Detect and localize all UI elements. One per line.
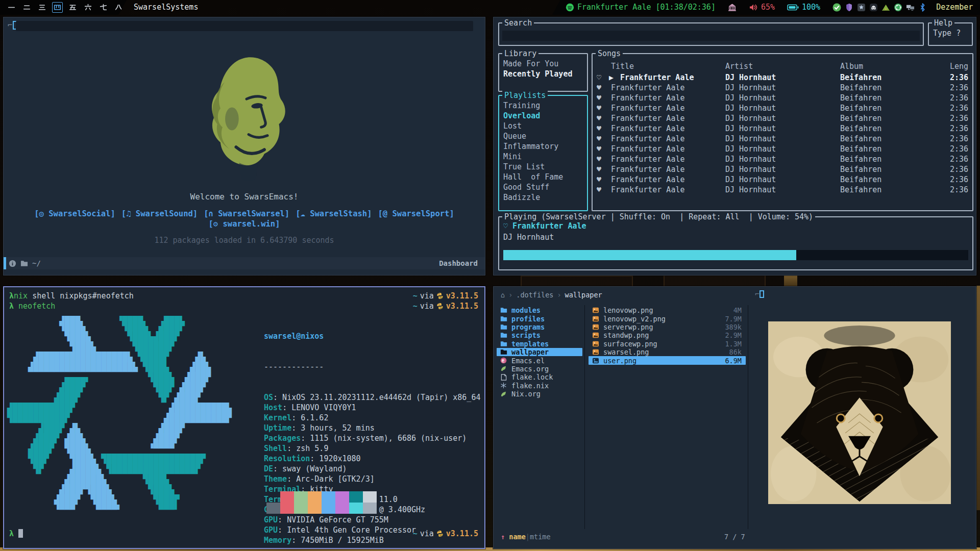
now-playing-text: Frankfurter Aale [01:38/02:36]	[577, 0, 716, 15]
image-item-user.png[interactable]: user.png6.9M	[589, 356, 746, 364]
heart-icon: ♥	[597, 83, 601, 92]
playlist-item[interactable]: Overload	[503, 111, 540, 120]
now-playing-module[interactable]: Frankfurter Aale [01:38/02:36]	[566, 0, 716, 15]
speaker-icon	[749, 4, 758, 11]
songs-header-album[interactable]: Album	[840, 62, 863, 71]
folder-icon	[500, 324, 507, 330]
workspace-item[interactable]	[113, 2, 124, 13]
volume-module[interactable]: 65%	[749, 0, 775, 15]
file-item-flake.nix[interactable]: flake.nix	[497, 382, 582, 390]
playlist-item[interactable]: Hall of Fame	[503, 172, 563, 182]
playlist-item[interactable]: Good Stuff	[503, 183, 549, 192]
org-icon	[500, 365, 507, 372]
home-icon[interactable]: ⌂	[501, 291, 505, 299]
dir-item-wallpaper[interactable]: wallpaper	[497, 348, 582, 356]
workspace-item[interactable]	[98, 2, 109, 13]
workspace-item[interactable]	[83, 2, 93, 13]
tray-icon-tent[interactable]	[881, 3, 890, 12]
dashboard-link-swarselstash[interactable]: [☁ SwarselStash]	[296, 209, 372, 218]
dir-item-scripts[interactable]: scripts	[497, 331, 582, 339]
png-icon	[592, 307, 599, 313]
song-row[interactable]: ♥Frankfurter AaleDJ HornhautBeifahren2:3…	[593, 165, 972, 175]
dashboard-link-swarsel.win[interactable]: [⚙ swarsel.win]	[209, 219, 280, 229]
library-item[interactable]: Recently Played	[503, 69, 572, 79]
neofetch-info-line: GPU: NVIDIA GeForce GT 755M	[264, 515, 480, 525]
file-manager-window[interactable]: ⌂›.dotfiles›wallpaper modulesprofilespro…	[493, 286, 976, 549]
progress-bar[interactable]	[503, 250, 968, 260]
file-item-Emacs.org[interactable]: Emacs.org	[497, 365, 582, 373]
neofetch-info: swarsel@nixos ------------- OS: NixOS 23…	[264, 311, 480, 551]
terminal-prompt-line[interactable]: λ	[9, 529, 23, 538]
dashboard-link-swarselsocial[interactable]: [◎ SwarselSocial]	[34, 209, 115, 218]
workspace-item[interactable]	[37, 2, 47, 13]
workspace-item[interactable]	[52, 2, 63, 13]
playlist-item[interactable]: Badizzle	[503, 193, 540, 202]
modeline-accent	[4, 257, 6, 269]
songs-header-title[interactable]: Title	[611, 62, 634, 71]
image-item-swarsel.png[interactable]: swarsel.png86k	[589, 348, 746, 356]
dir-item-programs[interactable]: programs	[497, 323, 582, 331]
songs-header-length[interactable]: Leng	[950, 62, 968, 71]
battery-module[interactable]: 100%	[787, 0, 820, 15]
terminal-cursor	[18, 529, 23, 538]
song-row[interactable]: ♥Frankfurter AaleDJ HornhautBeifahren2:3…	[593, 134, 972, 144]
workspace-item[interactable]	[6, 2, 17, 13]
tray-icon-syncthing[interactable]	[894, 3, 902, 12]
dir-item-profiles[interactable]: profiles	[497, 314, 582, 322]
song-row[interactable]: ♥Frankfurter AaleDJ HornhautBeifahren2:3…	[593, 155, 972, 165]
current-panel: lenovowp.png4Mlenovowp_v2.png7.9Mserverw…	[589, 306, 746, 365]
file-item-Emacs.el[interactable]: Emacs.el	[497, 356, 582, 364]
songs-header-artist[interactable]: Artist	[725, 62, 753, 71]
breadcrumb-dotfiles[interactable]: .dotfiles	[516, 291, 553, 299]
file-item-Nix.org[interactable]: Nix.org	[497, 390, 582, 398]
music-player-window[interactable]: Search Help Type ? Library Made For YouR…	[493, 17, 976, 276]
image-item-lenovowp.png[interactable]: lenovowp.png4M	[589, 306, 746, 314]
library-item[interactable]: Made For You	[503, 59, 558, 68]
dir-item-modules[interactable]: modules	[497, 306, 582, 314]
playlist-item[interactable]: Lost	[503, 121, 522, 131]
playlist-item[interactable]: Training	[503, 101, 540, 110]
song-row[interactable]: ♥Frankfurter AaleDJ HornhautBeifahren2:3…	[593, 104, 972, 114]
terminal-window[interactable]: λnix shell nixpkgs#neofetch ~viav3.11.5 …	[3, 286, 485, 549]
image-item-serverwp.png[interactable]: serverwp.png389k	[589, 323, 746, 331]
tray-icon-checkmark[interactable]	[832, 3, 841, 12]
breadcrumb-current[interactable]: wallpaper	[565, 291, 602, 299]
bank-icon[interactable]	[728, 3, 737, 12]
playlist-item[interactable]: Mini	[503, 152, 522, 161]
song-row[interactable]: ♥Frankfurter AaleDJ HornhautBeifahren2:3…	[593, 144, 972, 155]
image-item-surfacewp.png[interactable]: surfacewp.png1.3M	[589, 340, 746, 348]
dashboard-link-swarselswarsel[interactable]: [∩ SwarselSwarsel]	[204, 209, 289, 218]
tray-icon-discord[interactable]	[869, 3, 878, 12]
playlists-box-label: Playlists	[502, 91, 548, 100]
image-item-standwp.png[interactable]: standwp.png2.9M	[589, 331, 746, 339]
workspace-item[interactable]	[67, 2, 78, 13]
tray-icon-bluetooth[interactable]	[918, 3, 927, 12]
dashboard-link-swarselsport[interactable]: [@ SwarselSport]	[378, 209, 454, 218]
dashboard-link-swarselsound[interactable]: [♫ SwarselSound]	[121, 209, 198, 218]
emacs-window[interactable]: ⌐ Welcome to SwarsEmacs! [◎ SwarselSocia…	[3, 17, 485, 276]
song-row[interactable]: ♡▶Frankfurter AaleDJ HornhautBeifahren2:…	[593, 73, 972, 83]
song-row[interactable]: ♥Frankfurter AaleDJ HornhautBeifahren2:3…	[593, 175, 972, 185]
folder-icon	[500, 316, 507, 322]
emacs-modeline: ~/ Dashboard	[4, 257, 485, 269]
song-row[interactable]: ♥Frankfurter AaleDJ HornhautBeifahren2:3…	[593, 93, 972, 104]
playlist-item[interactable]: Queue	[503, 132, 526, 141]
sort-status[interactable]: ↑ name|mtime	[501, 533, 551, 541]
palette-swatch	[266, 503, 280, 514]
workspace-item[interactable]	[21, 2, 32, 13]
playlist-item[interactable]: True List	[503, 162, 545, 171]
file-item-flake.lock[interactable]: flake.lock	[497, 373, 582, 381]
tray-icon-network[interactable]	[906, 3, 915, 12]
terminal-palette-row2	[266, 503, 377, 514]
tray-icon-steam[interactable]	[857, 3, 866, 12]
song-row[interactable]: ♥Frankfurter AaleDJ HornhautBeifahren2:3…	[593, 185, 972, 195]
song-row[interactable]: ♥Frankfurter AaleDJ HornhautBeifahren2:3…	[593, 114, 972, 124]
dir-item-templates[interactable]: templates	[497, 340, 582, 348]
search-input[interactable]	[502, 31, 920, 41]
neofetch-separator: -------------	[264, 362, 480, 372]
tray-icon-shield[interactable]	[845, 3, 853, 12]
song-row[interactable]: ♥Frankfurter AaleDJ HornhautBeifahren2:3…	[593, 83, 972, 93]
playlist-item[interactable]: Inflammatory	[503, 142, 558, 151]
song-row[interactable]: ♥Frankfurter AaleDJ HornhautBeifahren2:3…	[593, 124, 972, 134]
image-item-lenovowp_v2.png[interactable]: lenovowp_v2.png7.9M	[589, 314, 746, 322]
